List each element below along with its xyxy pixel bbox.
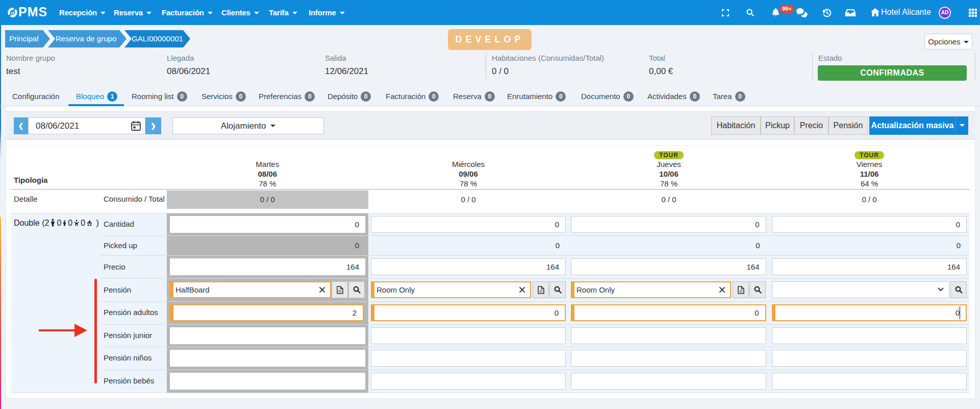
svg-text:u: u [11, 10, 14, 15]
